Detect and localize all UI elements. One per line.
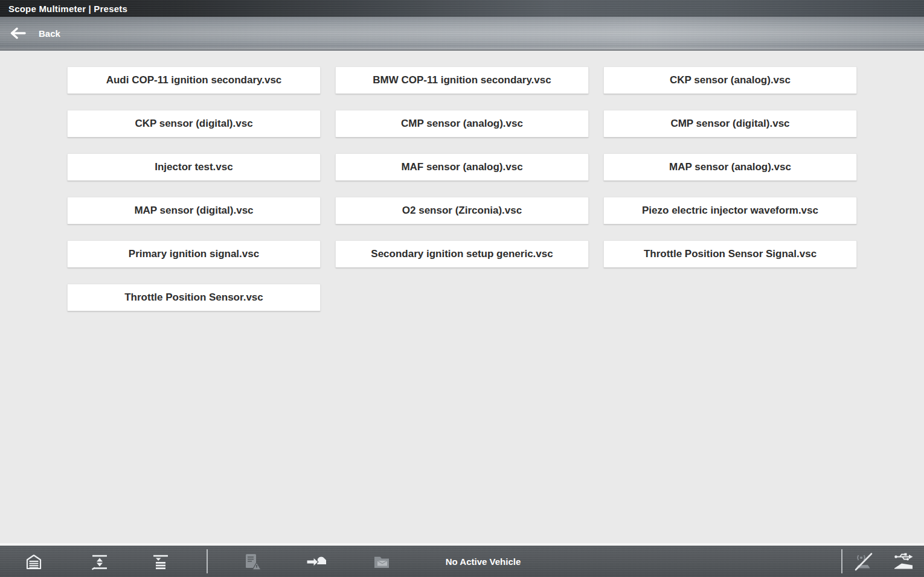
vehicle-data-warning-icon bbox=[242, 552, 262, 572]
expand-view-icon bbox=[90, 552, 109, 572]
saved-data-folder-icon bbox=[372, 552, 391, 572]
presets-content: Audi COP-11 ignition secondary.vscBMW CO… bbox=[0, 52, 924, 544]
preset-button[interactable]: MAP sensor (digital).vsc bbox=[67, 197, 321, 225]
home-icon bbox=[24, 552, 43, 572]
expand-view-button[interactable] bbox=[89, 552, 111, 572]
preset-button[interactable]: CKP sensor (analog).vsc bbox=[603, 66, 857, 94]
saved-data-button[interactable] bbox=[371, 552, 393, 572]
toolbar-divider bbox=[207, 549, 208, 573]
usb-connected-icon bbox=[893, 552, 914, 572]
change-vehicle-icon bbox=[306, 552, 327, 572]
preset-button[interactable]: MAP sensor (analog).vsc bbox=[603, 153, 857, 181]
back-label: Back bbox=[39, 28, 60, 39]
sort-list-button[interactable] bbox=[150, 552, 172, 572]
preset-button[interactable]: Secondary ignition setup generic.vsc bbox=[335, 240, 589, 268]
preset-button[interactable]: BMW COP-11 ignition secondary.vsc bbox=[335, 66, 589, 94]
home-button[interactable] bbox=[23, 552, 45, 572]
usb-status-button[interactable] bbox=[893, 552, 914, 572]
wireless-disconnected-icon bbox=[853, 552, 874, 572]
preset-button[interactable]: CMP sensor (analog).vsc bbox=[335, 110, 589, 138]
scope-multimeter-presets-screen: Scope Multimeter | Presets Back Audi COP… bbox=[0, 0, 924, 577]
preset-grid: Audi COP-11 ignition secondary.vscBMW CO… bbox=[0, 52, 924, 311]
change-vehicle-button[interactable] bbox=[306, 552, 327, 572]
toolbar-divider bbox=[841, 549, 842, 573]
preset-button[interactable]: Piezo electric injector waveform.vsc bbox=[603, 197, 857, 225]
preset-button[interactable]: Throttle Position Sensor.vsc bbox=[67, 284, 321, 311]
sort-list-icon bbox=[151, 552, 170, 572]
bottom-toolbar: No Active Vehicle bbox=[0, 544, 924, 577]
preset-button[interactable]: Injector test.vsc bbox=[67, 153, 321, 181]
preset-button[interactable]: Throttle Position Sensor Signal.vsc bbox=[603, 240, 857, 268]
vehicle-status: No Active Vehicle bbox=[399, 546, 568, 577]
preset-button[interactable]: MAF sensor (analog).vsc bbox=[335, 153, 589, 181]
wireless-status-button[interactable] bbox=[853, 552, 874, 572]
preset-button[interactable]: Audi COP-11 ignition secondary.vsc bbox=[67, 66, 321, 94]
back-bar: Back bbox=[0, 17, 924, 51]
title-bar: Scope Multimeter | Presets bbox=[0, 0, 924, 17]
page-title: Scope Multimeter | Presets bbox=[8, 4, 127, 14]
preset-button[interactable]: Primary ignition signal.vsc bbox=[67, 240, 321, 268]
back-arrow-icon bbox=[8, 27, 27, 40]
preset-button[interactable]: CKP sensor (digital).vsc bbox=[67, 110, 321, 138]
vehicle-data-button[interactable] bbox=[241, 552, 263, 572]
preset-button[interactable]: O2 sensor (Zirconia).vsc bbox=[335, 197, 589, 225]
back-button[interactable]: Back bbox=[0, 17, 69, 49]
preset-button[interactable]: CMP sensor (digital).vsc bbox=[603, 110, 857, 138]
